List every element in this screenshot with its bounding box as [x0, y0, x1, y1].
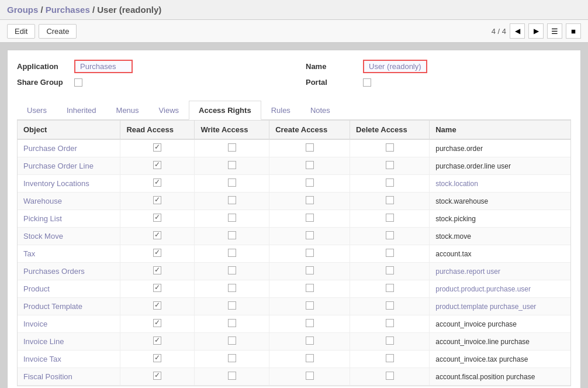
- create-checkbox[interactable]: [306, 319, 314, 327]
- prev-page-button[interactable]: ◀: [510, 23, 525, 39]
- write-checkbox[interactable]: [228, 284, 236, 292]
- read-checkbox[interactable]: [153, 319, 161, 327]
- write-checkbox[interactable]: [228, 319, 236, 327]
- edit-button[interactable]: Edit: [7, 24, 35, 39]
- tab-menus[interactable]: Menus: [106, 101, 149, 119]
- delete-checkbox[interactable]: [386, 337, 394, 345]
- create-checkbox[interactable]: [306, 196, 314, 204]
- delete-checkbox[interactable]: [386, 231, 394, 239]
- table-body: Purchase Order purchase.order Purchase O…: [18, 139, 570, 386]
- cell-name: stock.warehouse: [430, 193, 570, 210]
- delete-checkbox[interactable]: [386, 214, 394, 222]
- delete-checkbox[interactable]: [386, 196, 394, 204]
- read-checkbox[interactable]: [153, 178, 161, 187]
- application-value[interactable]: Purchases: [74, 60, 133, 73]
- cell-write: [195, 315, 269, 333]
- delete-checkbox[interactable]: [386, 354, 394, 362]
- delete-checkbox[interactable]: [386, 284, 394, 292]
- create-checkbox[interactable]: [306, 161, 314, 169]
- cell-object: Invoice: [18, 315, 120, 333]
- cell-name: stock.move: [430, 228, 570, 245]
- table-header-row: Object Read Access Write Access Create A…: [18, 121, 570, 139]
- tab-views[interactable]: Views: [149, 101, 189, 119]
- write-checkbox[interactable]: [228, 196, 236, 204]
- write-checkbox[interactable]: [228, 231, 236, 239]
- create-button[interactable]: Create: [39, 24, 77, 39]
- form-view-button[interactable]: ■: [566, 23, 581, 39]
- tab-inherited[interactable]: Inherited: [57, 101, 106, 119]
- breadcrumb-bar: Groups / Purchases / User (readonly): [0, 0, 588, 20]
- name-value[interactable]: User (readonly): [363, 60, 427, 73]
- delete-checkbox[interactable]: [386, 266, 394, 274]
- read-checkbox[interactable]: [153, 337, 161, 345]
- create-checkbox[interactable]: [306, 301, 314, 310]
- delete-checkbox[interactable]: [386, 249, 394, 257]
- read-checkbox[interactable]: [153, 249, 161, 257]
- tab-notes[interactable]: Notes: [300, 101, 340, 119]
- create-checkbox[interactable]: [306, 266, 314, 274]
- delete-checkbox[interactable]: [386, 143, 394, 152]
- read-checkbox[interactable]: [153, 143, 161, 152]
- cell-delete: [350, 298, 430, 315]
- write-checkbox[interactable]: [228, 161, 236, 169]
- read-checkbox[interactable]: [153, 301, 161, 310]
- share-group-label: Share Group: [17, 78, 70, 87]
- write-checkbox[interactable]: [228, 354, 236, 362]
- read-checkbox[interactable]: [153, 231, 161, 239]
- write-checkbox[interactable]: [228, 266, 236, 274]
- list-view-button[interactable]: ☰: [547, 23, 562, 39]
- cell-name: product.product.purchase.user: [430, 280, 570, 298]
- write-checkbox[interactable]: [228, 143, 236, 152]
- breadcrumb-groups-link[interactable]: Groups: [7, 5, 38, 15]
- write-checkbox[interactable]: [228, 337, 236, 345]
- cell-create: [269, 315, 350, 333]
- portal-checkbox[interactable]: [363, 78, 371, 87]
- table-row: Inventory Locations stock.location: [18, 175, 570, 193]
- delete-checkbox[interactable]: [386, 372, 394, 380]
- create-checkbox[interactable]: [306, 354, 314, 362]
- tab-users[interactable]: Users: [17, 101, 57, 119]
- read-checkbox[interactable]: [153, 354, 161, 362]
- create-checkbox[interactable]: [306, 249, 314, 257]
- create-checkbox[interactable]: [306, 372, 314, 380]
- create-checkbox[interactable]: [306, 337, 314, 345]
- read-checkbox[interactable]: [153, 284, 161, 292]
- write-checkbox[interactable]: [228, 249, 236, 257]
- cell-write: [195, 280, 269, 298]
- create-checkbox[interactable]: [306, 284, 314, 292]
- delete-checkbox[interactable]: [386, 319, 394, 327]
- table-row: Invoice Tax account_invoice.tax purchase: [18, 351, 570, 368]
- next-page-button[interactable]: ▶: [528, 23, 544, 39]
- write-checkbox[interactable]: [228, 372, 236, 380]
- table-row: Fiscal Position account.fiscal.position …: [18, 368, 570, 386]
- read-checkbox[interactable]: [153, 372, 161, 380]
- table-row: Purchases Orders purchase.report user: [18, 263, 570, 280]
- tab-rules[interactable]: Rules: [261, 101, 300, 119]
- create-checkbox[interactable]: [306, 178, 314, 187]
- cell-delete: [350, 263, 430, 280]
- cell-delete: [350, 228, 430, 245]
- write-checkbox[interactable]: [228, 214, 236, 222]
- create-checkbox[interactable]: [306, 231, 314, 239]
- read-checkbox[interactable]: [153, 161, 161, 169]
- tab-access-rights[interactable]: Access Rights: [189, 101, 261, 120]
- delete-checkbox[interactable]: [386, 161, 394, 169]
- read-checkbox[interactable]: [153, 266, 161, 274]
- read-checkbox[interactable]: [153, 214, 161, 222]
- table-row: Purchase Order Line purchase.order.line …: [18, 157, 570, 175]
- read-checkbox[interactable]: [153, 196, 161, 204]
- cell-create: [269, 280, 350, 298]
- cell-read: [120, 193, 195, 210]
- delete-checkbox[interactable]: [386, 301, 394, 310]
- breadcrumb-purchases-link[interactable]: Purchases: [46, 5, 90, 15]
- cell-object: Stock Move: [18, 228, 120, 245]
- create-checkbox[interactable]: [306, 214, 314, 222]
- delete-checkbox[interactable]: [386, 178, 394, 187]
- tabs: Users Inherited Menus Views Access Right…: [17, 101, 571, 120]
- cell-write: [195, 298, 269, 315]
- name-group: Name User (readonly): [306, 60, 571, 73]
- write-checkbox[interactable]: [228, 178, 236, 187]
- share-group-checkbox[interactable]: [74, 78, 82, 87]
- create-checkbox[interactable]: [306, 143, 314, 152]
- write-checkbox[interactable]: [228, 301, 236, 310]
